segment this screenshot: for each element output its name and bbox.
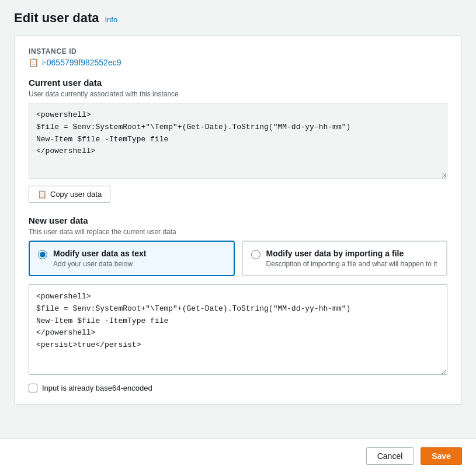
radio-option-file-desc: Description of importing a file and what… <box>266 260 437 268</box>
save-button[interactable]: Save <box>421 447 462 465</box>
new-user-data-title: New user data <box>29 215 447 225</box>
radio-input-file[interactable] <box>251 250 260 259</box>
copy-button-label: Copy user data <box>50 190 102 199</box>
radio-option-text-content: Modify user data as text Add your user d… <box>53 249 147 268</box>
radio-input-text[interactable] <box>38 250 47 259</box>
instance-id-link[interactable]: i-0655799f982552ec9 <box>42 58 121 67</box>
radio-option-text[interactable]: Modify user data as text Add your user d… <box>29 241 235 276</box>
page-header: Edit user data Info <box>0 0 476 35</box>
page-title: Edit user data <box>14 11 99 26</box>
radio-option-file-content: Modify user data by importing a file Des… <box>266 249 437 268</box>
copy-button-icon: 📋 <box>37 190 47 199</box>
new-user-data-subtitle: This user data will replace the current … <box>29 228 447 236</box>
footer: Cancel Save <box>0 439 476 473</box>
base64-checkbox-row: Input is already base64-encoded <box>29 384 447 392</box>
resize-indicator: ⤡ <box>442 171 446 178</box>
current-user-data-subtitle: User data currently associated with this… <box>29 90 447 98</box>
instance-id-label: Instance ID <box>29 47 447 55</box>
edit-card: Instance ID 📋 i-0655799f982552ec9 Curren… <box>14 35 462 405</box>
instance-id-row: 📋 i-0655799f982552ec9 <box>29 58 447 67</box>
current-user-data-display: <powershell> $file = $env:SystemRoot+"\T… <box>29 103 447 179</box>
current-user-data-title: Current user data <box>29 78 447 88</box>
cancel-button[interactable]: Cancel <box>366 447 414 465</box>
radio-option-file-title: Modify user data by importing a file <box>266 249 437 258</box>
radio-options: Modify user data as text Add your user d… <box>29 241 447 276</box>
copy-small-icon: 📋 <box>29 58 39 67</box>
base64-checkbox-label[interactable]: Input is already base64-encoded <box>42 384 152 392</box>
info-link[interactable]: Info <box>105 15 117 24</box>
radio-option-file[interactable]: Modify user data by importing a file Des… <box>242 241 448 276</box>
radio-option-text-title: Modify user data as text <box>53 249 147 258</box>
radio-option-text-desc: Add your user data below <box>53 260 147 268</box>
editor-wrapper: <powershell> $file = $env:SystemRoot+"\T… <box>29 284 447 377</box>
base64-checkbox[interactable] <box>29 384 37 392</box>
copy-user-data-button[interactable]: 📋 Copy user data <box>29 186 110 203</box>
new-user-data-section: New user data This user data will replac… <box>29 215 447 392</box>
main-content: Instance ID 📋 i-0655799f982552ec9 Curren… <box>0 35 476 439</box>
user-data-editor[interactable]: <powershell> $file = $env:SystemRoot+"\T… <box>29 284 447 375</box>
